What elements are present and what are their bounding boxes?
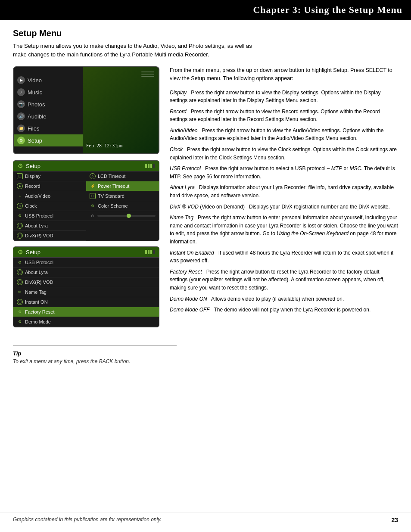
photos-icon: 📷 (17, 100, 25, 108)
setup2-item-factory: ⚙ Factory Reset (13, 307, 159, 317)
chapter-header: Chapter 3: Using the Setup Menu (0, 0, 411, 20)
menu-item-music: ♪ Music (14, 86, 83, 98)
desc-instant-term: Instant On Enabled (170, 250, 214, 256)
bat-bar-4 (153, 164, 155, 168)
s2-nametag-label: Name Tag (25, 289, 47, 295)
setup-item-usb: ⚙ USB Protocol (13, 211, 86, 221)
menu-item-video: ▶ Video (14, 74, 83, 86)
desc-clock-term: Clock (170, 146, 183, 152)
desc-divx-term: DivX ® VOD (170, 204, 199, 210)
usb-icon: ⚙ (17, 213, 23, 219)
setup2-item-nametag: ✏ Name Tag (13, 287, 159, 297)
desc-audiovideo-term: Audio/Video (170, 128, 198, 134)
dec-line-2 (141, 74, 154, 75)
setup-label-tvstd: TV Standard (98, 193, 125, 199)
desc-about: About Lyra Displays information about yo… (170, 184, 398, 199)
s2-nametag-icon: ✏ (17, 289, 23, 295)
setup-panel-2-header: ⚙ Setup (13, 247, 159, 258)
s2-divx-label: DivX(R) VOD (25, 280, 53, 285)
desc-clock: Clock Press the right arrow button to vi… (170, 146, 398, 162)
s2-divx-icon: ⓘ (17, 279, 23, 285)
two-column-layout: ▶ Video ♪ Music 📷 Photos 🔊 (13, 66, 398, 333)
right-column: From the main menu, press the up or down… (170, 66, 398, 317)
files-icon: 📁 (17, 124, 25, 132)
setup-item-lcd: ○ LCD Timeout (86, 171, 159, 181)
music-icon: ♪ (17, 88, 25, 96)
setup-label-divx: DivX(R) VOD (25, 233, 53, 238)
setup2-item-divx: ⓘ DivX(R) VOD (13, 277, 159, 287)
setup-panel-2: ⚙ Setup ⚙ USB Protocol ⓘ (13, 246, 159, 327)
bat-bar-3 (150, 164, 152, 168)
colorscheme-icon: ⚙ (90, 203, 96, 209)
audiovideo-icon: ♪ (17, 193, 23, 199)
bat2-bar-1 (145, 250, 147, 254)
tip-section: Tip To exit a menu at any time, press th… (13, 345, 177, 364)
desc-demoOff-term: Demo Mode OFF (170, 307, 210, 313)
tip-label: Tip (13, 350, 177, 357)
menu-list: ▶ Video ♪ Music 📷 Photos 🔊 (14, 67, 83, 153)
setup-panel-1: ⚙ Setup □ Display (13, 160, 159, 241)
setup-col-left: □ Display ● Record ♪ Audio/Video ○ (13, 171, 86, 241)
section-title: Setup Menu (13, 28, 398, 38)
s2-factory-icon: ⚙ (17, 309, 23, 315)
setup-header-icon-2: ⚙ (18, 249, 23, 255)
setup-label-colorscheme: Color Scheme (98, 203, 128, 208)
dec-line-3 (141, 76, 154, 77)
battery-indicator-2 (145, 250, 155, 254)
setup-panel-1-title: Setup (26, 163, 40, 169)
tip-text: To exit a menu at any time, press the BA… (13, 358, 177, 364)
divx-icon: ⓘ (17, 233, 23, 239)
setup-panel-1-header: ⚙ Setup (13, 161, 159, 171)
menu-label-files: Files (28, 125, 39, 132)
setup-item-divx: ⓘ DivX(R) VOD (13, 231, 86, 241)
desc-instant: Instant On Enabled If used within 48 hou… (170, 249, 398, 265)
footer: Graphics contained in this publication a… (0, 513, 411, 523)
display-icon: □ (17, 173, 23, 179)
desc-nametag: Name Tag Press the right arrow button to… (170, 214, 398, 246)
intro-text: The Setup menu allows you to make change… (13, 42, 263, 59)
s2-factory-label: Factory Reset (25, 309, 54, 314)
menu-label-music: Music (28, 89, 42, 96)
bat2-bar-2 (148, 250, 149, 254)
desc-divx: DivX ® VOD (Video on Demand) Displays yo… (170, 203, 398, 211)
desc-demoOn-term: Demo Mode ON (170, 296, 207, 302)
footer-left-text: Graphics contained in this publication a… (13, 516, 162, 523)
setup2-item-usb: ⚙ USB Protocol (13, 258, 159, 268)
s2-instant-label: Instant ON (25, 299, 48, 305)
setup2-item-about: ⓘ About Lyra (13, 268, 159, 277)
about-icon: ⓘ (17, 223, 23, 229)
menu-label-photos: Photos (28, 101, 45, 108)
desc-display-term: Display (170, 90, 187, 96)
desc-about-term: About Lyra (170, 184, 195, 190)
power-icon: ⚡ (90, 183, 96, 189)
setup-header-icon-1: ⚙ (18, 162, 23, 169)
footer-page-number: 23 (391, 516, 398, 523)
video-icon: ▶ (17, 76, 25, 84)
setup-item-display: □ Display (13, 171, 86, 181)
setup-item-colorscheme: ⚙ Color Scheme (86, 201, 159, 211)
setup-grid-1: □ Display ● Record ♪ Audio/Video ○ (13, 171, 159, 241)
slider-track (97, 215, 156, 217)
desc-nametag-term: Name Tag (170, 215, 193, 221)
main-menu-display: ▶ Video ♪ Music 📷 Photos 🔊 (14, 67, 159, 153)
record-icon: ● (17, 183, 23, 189)
setup-label-power: Power Timeout (98, 184, 129, 189)
chapter-title: Chapter 3: Using the Setup Menu (253, 4, 402, 15)
menu-item-setup: ⚙ Setup (14, 134, 83, 146)
main-menu-panel: ▶ Video ♪ Music 📷 Photos 🔊 (13, 66, 159, 154)
from-main-text: From the main menu, press the up or down… (170, 66, 398, 83)
desc-usb-term: USB Protocol (170, 165, 201, 171)
bat2-bar-4 (153, 250, 155, 254)
slider-thumb (127, 214, 131, 218)
desc-demoOn: Demo Mode ON Allows demo video to play (… (170, 295, 398, 303)
setup-item-audiovideo: ♪ Audio/Video (13, 191, 86, 201)
s2-usb-label: USB Protocol (25, 260, 53, 265)
setup-item-record: ● Record (13, 181, 86, 191)
setup2-item-instant: ⓘ Instant ON (13, 297, 159, 307)
s2-instant-icon: ⓘ (17, 299, 23, 305)
setup-label-display: Display (25, 174, 40, 179)
s2-about-label: About Lyra (25, 270, 48, 275)
slider-icon: ⊙ (90, 213, 96, 219)
setup-label-lcd: LCD Timeout (98, 174, 125, 179)
desc-factory: Factory Reset Press the right arrow butt… (170, 268, 398, 292)
